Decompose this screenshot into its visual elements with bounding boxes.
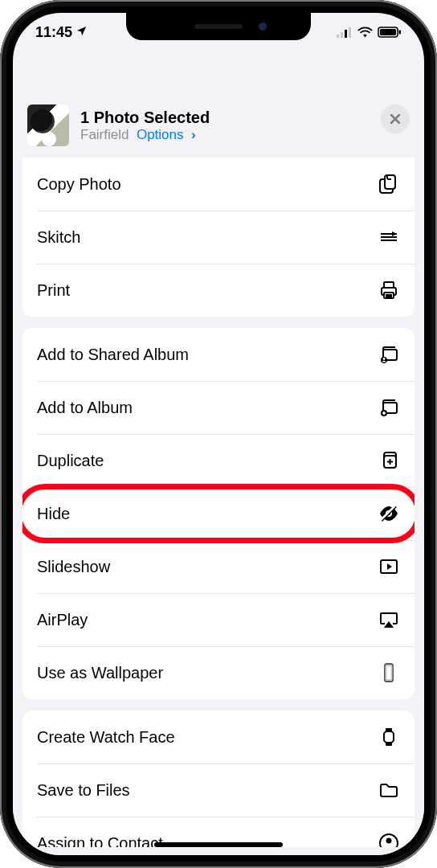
svg-rect-26 xyxy=(384,731,394,743)
action-duplicate[interactable]: Duplicate xyxy=(22,434,415,487)
svg-point-15 xyxy=(383,358,386,360)
action-wallpaper[interactable]: Use as Wallpaper xyxy=(22,646,415,699)
annotation-highlight xyxy=(22,484,415,543)
action-print[interactable]: Print xyxy=(22,264,415,317)
svg-rect-25 xyxy=(386,665,392,680)
slideshow-icon xyxy=(378,555,400,578)
action-group-2: Add to Shared Album Add to Album Duplica… xyxy=(22,328,415,699)
actions-scroll[interactable]: Copy Photo Skitch Print xyxy=(13,154,424,847)
hide-icon xyxy=(378,502,400,525)
location-label: Fairfield xyxy=(80,127,129,142)
action-label: Print xyxy=(37,281,70,300)
svg-point-30 xyxy=(386,838,392,844)
action-label: Duplicate xyxy=(37,452,104,470)
sheet-title: 1 Photo Selected xyxy=(80,108,210,127)
photo-thumbnail[interactable] xyxy=(27,104,69,146)
close-icon xyxy=(389,113,402,125)
action-copy-photo[interactable]: Copy Photo xyxy=(22,158,415,211)
close-button[interactable] xyxy=(381,104,410,133)
action-label: Use as Wallpaper xyxy=(37,664,163,682)
action-add-shared-album[interactable]: Add to Shared Album xyxy=(22,328,415,381)
action-label: Create Watch Face xyxy=(37,728,175,747)
album-icon xyxy=(378,396,400,419)
action-label: Add to Shared Album xyxy=(37,346,189,364)
action-group-1: Copy Photo Skitch Print xyxy=(22,158,415,317)
action-watch-face[interactable]: Create Watch Face xyxy=(22,710,415,764)
action-group-3: Create Watch Face Save to Files Assign t… xyxy=(22,710,415,847)
contact-icon xyxy=(378,832,400,847)
action-label: Copy Photo xyxy=(37,175,121,194)
action-save-files[interactable]: Save to Files xyxy=(22,764,415,817)
notch xyxy=(126,13,311,40)
home-indicator[interactable] xyxy=(154,842,283,847)
svg-rect-7 xyxy=(385,175,395,189)
files-icon xyxy=(378,779,400,801)
copy-icon xyxy=(378,173,400,195)
action-label: Skitch xyxy=(37,228,80,247)
location-arrow-icon xyxy=(76,24,88,41)
chevron-right-icon: › xyxy=(187,127,195,142)
share-sheet: 1 Photo Selected Fairfield Options › xyxy=(13,90,424,855)
svg-rect-2 xyxy=(345,30,347,38)
wifi-icon xyxy=(357,27,373,38)
action-airplay[interactable]: AirPlay xyxy=(22,593,415,646)
cellular-icon xyxy=(337,27,353,38)
svg-rect-0 xyxy=(337,35,339,38)
action-label: Hide xyxy=(37,505,70,523)
action-slideshow[interactable]: Slideshow xyxy=(22,540,415,593)
sheet-header: 1 Photo Selected Fairfield Options › xyxy=(13,90,424,154)
shared-album-icon xyxy=(378,343,400,366)
device-frame: 11:45 xyxy=(0,0,437,868)
svg-rect-1 xyxy=(341,32,343,38)
action-add-album[interactable]: Add to Album xyxy=(22,381,415,434)
svg-rect-28 xyxy=(386,743,392,746)
action-label: Assign to Contact xyxy=(37,834,163,848)
action-skitch[interactable]: Skitch xyxy=(22,211,415,264)
svg-rect-27 xyxy=(386,728,392,731)
svg-rect-3 xyxy=(349,27,351,38)
status-time: 11:45 xyxy=(35,24,72,41)
duplicate-icon xyxy=(378,449,400,472)
action-label: Save to Files xyxy=(37,781,130,800)
battery-icon xyxy=(378,27,402,38)
status-time-area: 11:45 xyxy=(35,24,88,41)
sheet-subtitle: Fairfield Options › xyxy=(80,127,210,143)
action-label: AirPlay xyxy=(37,611,88,629)
options-link[interactable]: Options › xyxy=(137,127,196,142)
svg-rect-6 xyxy=(399,31,402,35)
action-label: Add to Album xyxy=(37,399,133,417)
status-indicators xyxy=(337,27,402,38)
options-text: Options xyxy=(137,127,184,142)
svg-rect-5 xyxy=(380,29,396,35)
screen: 11:45 xyxy=(13,13,424,855)
action-hide[interactable]: Hide xyxy=(22,487,415,540)
svg-rect-9 xyxy=(384,282,394,288)
airplay-icon xyxy=(378,608,400,631)
watchface-icon xyxy=(378,726,400,748)
skitch-icon xyxy=(378,226,400,248)
print-icon xyxy=(378,279,400,301)
wallpaper-icon xyxy=(378,661,400,684)
action-label: Slideshow xyxy=(37,558,110,576)
sheet-header-text: 1 Photo Selected Fairfield Options › xyxy=(80,108,210,143)
